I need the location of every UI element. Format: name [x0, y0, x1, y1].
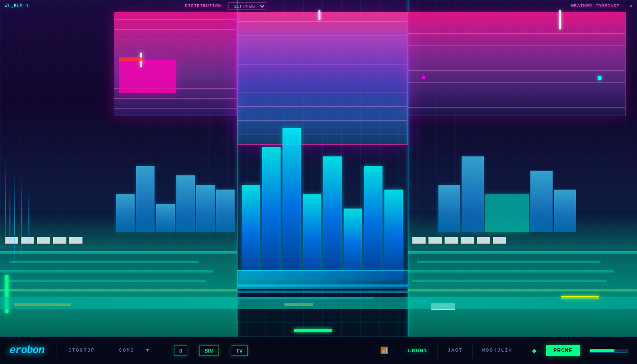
header-center-label: DISTRIBUTION — [185, 4, 221, 9]
bar-item — [282, 128, 301, 280]
h-line — [408, 58, 625, 58]
h-line — [408, 82, 625, 83]
h-line — [237, 92, 407, 92]
white-rect-row-right — [412, 237, 506, 244]
toolbar-dropdown-icon[interactable]: ▼ — [146, 348, 150, 353]
green-accent-bottom-center — [294, 329, 332, 332]
bar-item — [242, 185, 260, 280]
cyan-strip — [237, 291, 408, 293]
teal-strip — [408, 270, 614, 273]
h-line — [408, 21, 625, 21]
toolbar-progress-bar — [590, 349, 628, 353]
pink-accent-block — [119, 60, 176, 93]
data-line — [5, 161, 6, 256]
left-top-panel — [114, 12, 237, 116]
close-icon[interactable]: ✕ — [629, 3, 632, 9]
h-line — [237, 120, 407, 121]
h-line — [408, 95, 625, 95]
center-overlay-bar — [237, 270, 408, 289]
data-line — [28, 190, 29, 251]
center-top-panel — [237, 12, 408, 145]
bar-item — [323, 156, 342, 280]
toolbar-label-5: WOOHJLIV — [482, 348, 512, 353]
toolbar-sim-btn[interactable]: SIM — [199, 346, 219, 356]
brand-label: erobon — [9, 345, 44, 356]
right-top-panel — [408, 12, 626, 116]
white-rect — [445, 237, 458, 244]
h-line — [408, 33, 625, 34]
h-line — [114, 49, 237, 49]
h-line — [237, 50, 407, 50]
white-rect — [428, 237, 442, 244]
white-rect — [477, 237, 490, 244]
bottom-label-right: DETAIL — [412, 299, 429, 303]
toolbar-divider-5 — [437, 344, 438, 358]
toolbar-divider-2 — [107, 344, 107, 358]
toolbar-label-2: COMO — [119, 348, 134, 353]
header-left-label: WL_BLM 1 — [5, 4, 29, 9]
h-line — [114, 29, 237, 30]
h-line — [237, 78, 407, 78]
toolbar: erobon DTOORJP COMO ▼ 0 SIM TV 📶 LDUG1 J… — [0, 337, 637, 364]
h-line — [114, 39, 237, 39]
header-dropdown[interactable]: SETTINGS OPTIONS — [228, 2, 266, 10]
teal-square-accent — [598, 76, 601, 80]
white-rect — [412, 237, 426, 244]
toolbar-diamond-icon[interactable]: ◆ — [532, 346, 537, 355]
h-line — [114, 108, 237, 109]
magenta-dot-accent — [422, 76, 425, 79]
header-center: DISTRIBUTION SETTINGS OPTIONS — [185, 2, 266, 10]
bar-item — [262, 147, 281, 280]
bar-item — [384, 190, 403, 280]
red-rect-accent — [119, 57, 143, 61]
h-line — [237, 64, 407, 64]
h-line — [237, 36, 407, 36]
h-line — [237, 106, 407, 107]
h-line — [408, 46, 625, 46]
top-indicator-right — [559, 10, 561, 29]
data-line — [21, 175, 22, 261]
h-line — [408, 70, 625, 71]
toolbar-action-button[interactable]: PRCNE — [546, 345, 580, 356]
toolbar-divider-3 — [162, 344, 162, 358]
white-rect — [493, 237, 506, 244]
h-line — [408, 107, 625, 108]
toolbar-divider-6 — [472, 344, 473, 358]
toolbar-divider-1 — [56, 344, 56, 358]
horizontal-lines-right — [408, 12, 625, 116]
strips-center — [237, 284, 408, 337]
h-line — [114, 98, 237, 99]
toolbar-progress-fill — [590, 349, 614, 352]
toolbar-right-section: 📶 LDUG1 JAOT WOOHJLIV ◆ PRCNE — [380, 344, 628, 358]
main-visualization: WL_BLM 1 DISTRIBUTION SETTINGS OPTIONS W… — [0, 0, 637, 337]
white-rect — [461, 237, 474, 244]
h-line — [114, 19, 237, 20]
teal-strip — [417, 261, 601, 263]
top-indicator-center — [318, 10, 320, 20]
teal-strip — [408, 251, 637, 254]
center-bar-chart — [237, 133, 408, 284]
green-strip — [408, 289, 637, 291]
toolbar-wifi-icon[interactable]: 📶 — [380, 346, 388, 355]
h-line — [237, 21, 407, 22]
teal-bottom-band — [0, 297, 637, 309]
toolbar-divider-7 — [522, 344, 522, 358]
toolbar-num-btn-0[interactable]: 0 — [174, 346, 187, 356]
toolbar-label-4: JAOT — [447, 348, 463, 353]
data-line — [14, 171, 15, 275]
toolbar-label-1: DTOORJP — [68, 348, 95, 353]
toolbar-divider-4 — [398, 344, 398, 358]
bar-item — [364, 166, 382, 280]
bar-item — [344, 209, 362, 280]
data-line — [9, 185, 10, 256]
header-right-label: WEATHER FORECAST — [571, 4, 619, 9]
top-header: WL_BLM 1 DISTRIBUTION SETTINGS OPTIONS W… — [0, 0, 637, 12]
header-right: WEATHER FORECAST ✕ — [571, 3, 632, 9]
toolbar-green-label: LDUG1 — [408, 348, 428, 354]
data-lines-left — [0, 161, 114, 303]
bar-item — [303, 194, 321, 280]
horizontal-lines-center — [237, 12, 407, 144]
toolbar-tv-btn[interactable]: TV — [231, 346, 248, 356]
strips-right — [408, 223, 637, 337]
teal-strip — [412, 280, 607, 282]
